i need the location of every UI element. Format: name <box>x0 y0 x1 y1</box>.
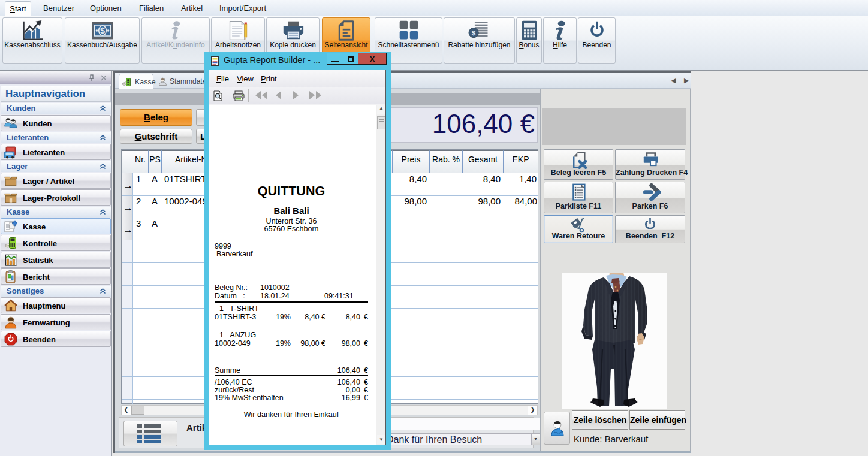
svg-text:$: $ <box>471 29 475 37</box>
svg-text:$: $ <box>100 26 104 35</box>
